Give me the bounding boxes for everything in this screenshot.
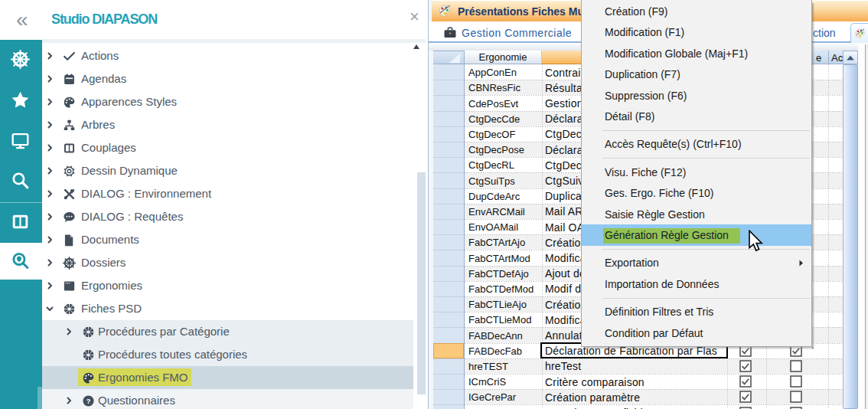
svg-text:?: ? [86, 398, 91, 405]
